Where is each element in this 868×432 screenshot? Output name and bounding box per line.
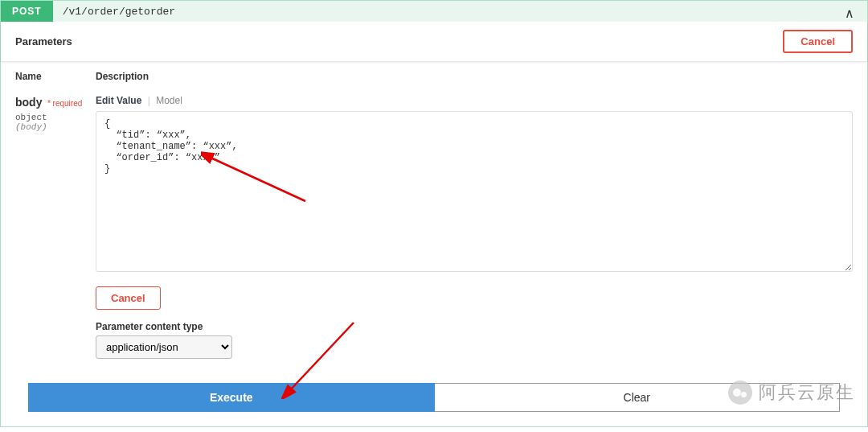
execute-button[interactable]: Execute xyxy=(28,383,435,412)
chevron-up-icon[interactable]: ∧ xyxy=(845,6,854,21)
watermark: 阿兵云原生 xyxy=(728,381,855,405)
cancel-body-button[interactable]: Cancel xyxy=(96,286,161,310)
endpoint-path: /v1/order/getorder xyxy=(53,6,185,18)
method-badge: POST xyxy=(1,1,53,22)
watermark-text: 阿兵云原生 xyxy=(759,381,855,405)
required-label: * required xyxy=(47,99,82,108)
parameters-title: Parameters xyxy=(15,35,72,47)
tab-separator: | xyxy=(148,95,150,106)
endpoint-header[interactable]: POST /v1/order/getorder ∧ xyxy=(1,1,867,22)
content-type-select[interactable]: application/json xyxy=(96,335,232,359)
content-type-label: Parameter content type xyxy=(96,321,853,332)
body-editor[interactable] xyxy=(96,111,853,272)
column-header-description: Description xyxy=(96,71,853,82)
wechat-icon xyxy=(728,381,752,405)
param-type: object xyxy=(15,113,96,122)
tab-edit-value[interactable]: Edit Value xyxy=(96,95,141,106)
param-name: body xyxy=(15,96,42,109)
column-header-name: Name xyxy=(15,71,96,82)
cancel-button[interactable]: Cancel xyxy=(783,30,853,53)
tab-model[interactable]: Model xyxy=(156,95,182,106)
param-in: (body) xyxy=(15,122,96,132)
